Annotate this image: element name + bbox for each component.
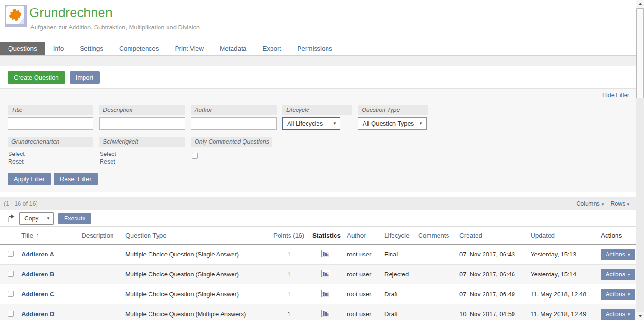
tab-settings[interactable]: Settings (72, 42, 111, 55)
tab-print-view[interactable]: Print View (167, 42, 212, 55)
question-type-select[interactable]: All Question Types ▼ (358, 117, 427, 130)
tab-bar: Questions Info Settings Competences Prin… (0, 42, 636, 56)
statistics-icon[interactable] (321, 310, 330, 317)
result-range: (1 - 16 of 16) (4, 201, 38, 207)
header-lifecycle[interactable]: Lifecycle (381, 227, 414, 245)
apply-filter-button[interactable]: Apply Filter (8, 173, 51, 185)
cell-question-type: Multiple Choice Question (Single Answer) (121, 265, 270, 284)
filter-field-question-type: Question Type All Question Types ▼ (358, 105, 428, 130)
spacer (0, 192, 636, 197)
lifecycle-select-value: All Lifecycles (287, 120, 323, 127)
statistics-icon[interactable] (321, 290, 330, 297)
execute-button[interactable]: Execute (58, 213, 91, 224)
only-commented-checkbox[interactable] (192, 153, 198, 159)
caret-down-icon: ▾ (628, 253, 630, 257)
columns-dropdown[interactable]: Columns ▾ (576, 201, 604, 207)
cell-comments (414, 304, 456, 320)
cell-updated: 11. May 2018, 12:49 (527, 304, 597, 320)
question-title-link[interactable]: Addieren A (21, 251, 54, 258)
cell-description (78, 284, 121, 304)
question-title-link[interactable]: Addieren D (21, 311, 54, 318)
scrollbar-thumb[interactable] (636, 8, 644, 98)
header-points[interactable]: Points (16) (270, 227, 308, 245)
tab-permissions[interactable]: Permissions (289, 42, 340, 55)
scrollbar-up-arrow-icon[interactable] (636, 0, 644, 8)
filter-label-grundrechenarten: Grundrechenarten (8, 137, 93, 147)
page-title: Grundrechnen (29, 6, 112, 20)
row-checkbox[interactable] (8, 271, 14, 277)
vertical-scrollbar[interactable] (636, 0, 644, 320)
header-author[interactable]: Author (343, 227, 381, 245)
cell-author: root user (343, 304, 381, 320)
row-checkbox[interactable] (8, 251, 14, 257)
header-title-link[interactable]: Title (21, 232, 33, 239)
cell-comments (414, 284, 456, 304)
cell-author: root user (343, 265, 381, 284)
hide-filter-link[interactable]: Hide Filter (602, 92, 629, 99)
reset-filter-button[interactable]: Reset Filter (54, 173, 97, 185)
caret-down-icon: ▾ (602, 202, 604, 207)
tab-questions[interactable]: Questions (0, 42, 45, 55)
row-checkbox[interactable] (8, 291, 14, 297)
tab-export[interactable]: Export (254, 42, 289, 55)
row-actions-button[interactable]: Actions▾ (601, 309, 635, 320)
caret-down-icon: ▾ (628, 293, 630, 297)
cell-updated: Yesterday, 15:13 (527, 245, 597, 265)
header-created[interactable]: Created (456, 227, 527, 245)
columns-dropdown-label: Columns (576, 201, 599, 207)
author-filter-input[interactable] (191, 117, 277, 130)
create-question-button[interactable]: Create Question (8, 71, 65, 84)
cell-created: 07. Nov 2017, 06:43 (456, 245, 527, 265)
table-row: Addieren C Multiple Choice Question (Sin… (0, 284, 636, 304)
question-title-link[interactable]: Addieren C (21, 291, 54, 298)
header-question-type[interactable]: Question Type (121, 227, 270, 245)
cell-description (78, 265, 121, 284)
grundrechenarten-select-link[interactable]: Select (8, 151, 93, 157)
filter-label-schwierigkeit: Schwierigkeit (99, 137, 185, 147)
cell-lifecycle: Draft (381, 284, 414, 304)
tab-competences[interactable]: Competences (111, 42, 167, 55)
question-pool-page: Grundrechnen Aufgaben zur Addition, Subt… (0, 0, 644, 320)
cell-points: 1 (270, 245, 308, 265)
grundrechenarten-reset-link[interactable]: Reset (8, 158, 93, 165)
row-actions-button[interactable]: Actions▾ (601, 289, 635, 300)
lifecycle-select[interactable]: All Lifecycles ▼ (282, 117, 340, 130)
header-updated[interactable]: Updated (527, 227, 597, 245)
header-description[interactable]: Description (78, 227, 121, 245)
tab-metadata[interactable]: Metadata (212, 42, 254, 55)
schwierigkeit-select-link[interactable]: Select (100, 151, 185, 157)
filter-field-schwierigkeit: Schwierigkeit Select Reset (99, 137, 185, 165)
schwierigkeit-reset-link[interactable]: Reset (100, 158, 185, 165)
bulk-action-row: Copy ▼ Execute (0, 210, 636, 226)
statistics-icon[interactable] (321, 250, 330, 257)
filter-field-author: Author (191, 105, 277, 130)
row-checkbox[interactable] (8, 311, 14, 317)
import-button[interactable]: Import (70, 71, 100, 84)
apply-selection-arrow-icon (7, 214, 15, 223)
question-title-link[interactable]: Addieren B (21, 271, 54, 278)
filter-field-lifecycle: Lifecycle All Lifecycles ▼ (282, 105, 352, 130)
filter-field-title: Title (8, 105, 93, 130)
caret-down-icon: ▾ (628, 273, 630, 277)
scrollbar-down-arrow-icon[interactable] (636, 312, 644, 320)
filter-row-1: Title Description Author Lifecycle All L… (0, 105, 636, 130)
header-statistics: Statistics (308, 227, 343, 245)
statistics-icon[interactable] (321, 270, 330, 277)
row-actions-button[interactable]: Actions▾ (601, 269, 635, 280)
rows-dropdown[interactable]: Rows ▾ (610, 201, 629, 207)
header-title[interactable]: Title↑ (18, 227, 78, 245)
cell-description (78, 304, 121, 320)
header-comments[interactable]: Comments (414, 227, 456, 245)
toolbar: Create Question Import (0, 66, 636, 88)
bulk-action-select[interactable]: Copy ▼ (19, 212, 54, 225)
cell-points: 1 (270, 284, 308, 304)
cell-created: 07. Nov 2017, 06:46 (456, 265, 527, 284)
title-filter-input[interactable] (8, 117, 93, 130)
cell-comments (414, 245, 456, 265)
filter-panel: Hide Filter Title Description Author Lif… (0, 88, 636, 192)
description-filter-input[interactable] (99, 117, 185, 130)
cell-question-type: Multiple Choice Question (Single Answer) (121, 284, 270, 304)
cell-comments (414, 265, 456, 284)
tab-info[interactable]: Info (45, 42, 72, 55)
row-actions-button[interactable]: Actions▾ (601, 249, 635, 260)
